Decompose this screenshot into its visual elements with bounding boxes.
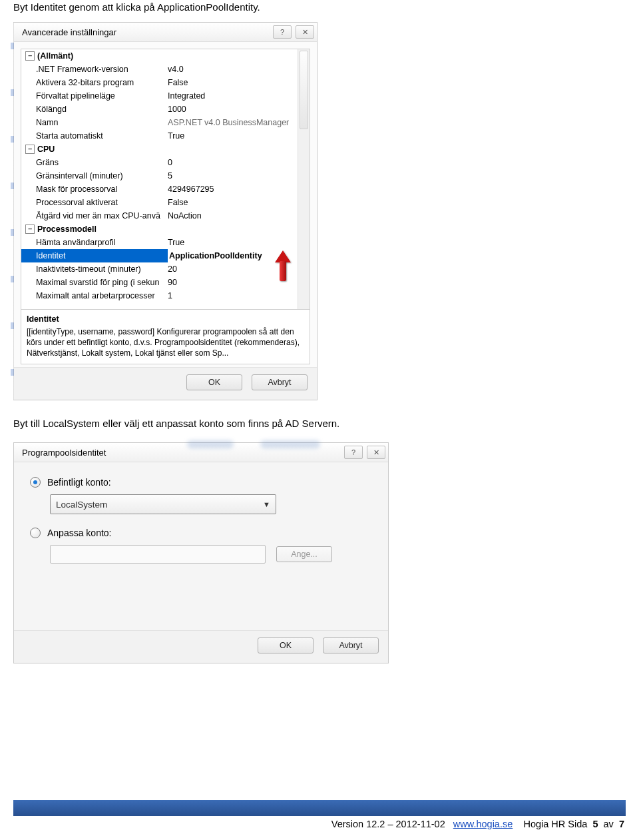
prop-name: Processorval aktiverat [36,198,168,207]
prop-value: NoAction [168,211,298,220]
prop-value: ASP.NET v4.0 BusinessManager [168,118,298,127]
prop-value: 20 [168,264,298,274]
prop-cpu-limit[interactable]: Gräns0 [21,156,298,169]
dialog-title: Avancerade inställningar [22,27,116,37]
collapse-icon[interactable]: − [25,145,35,154]
dialog-titlebar: Avancerade inställningar ? ✕ [14,23,317,42]
description-body: [[identityType, username, password] Konf… [27,326,304,359]
prop-value: True [168,238,298,247]
prop-name: Gränsintervall (minuter) [36,171,168,181]
category-allmant[interactable]: − (Allmänt) [21,49,298,63]
help-button[interactable]: ? [344,446,363,459]
collapse-icon[interactable]: − [25,51,35,61]
radio-custom-account[interactable]: Anpassa konto: [30,528,372,538]
prop-name: Starta automatiskt [36,131,168,141]
footer-version: Version 12.2 – 2012-11-02 [331,819,445,829]
footer-link[interactable]: www.hogia.se [453,819,513,829]
prop-identity-selected[interactable]: Identitet ApplicationPoolIdentity [21,249,298,262]
prop-load-user-profile[interactable]: Hämta användarprofilTrue [21,236,298,249]
page-footer: Version 12.2 – 2012-11-02 www.hogia.se H… [0,800,639,840]
prop-idle-timeout[interactable]: Inaktivitets-timeout (minuter)20 [21,262,298,276]
background-blur [187,440,234,448]
radio-builtin-account[interactable]: Befintligt konto: [30,477,372,488]
footer-page-total: 7 [616,819,624,829]
prop-processor-mask[interactable]: Mask för processorval4294967295 [21,183,298,196]
radio-icon[interactable] [30,477,41,488]
prop-value: 90 [168,278,298,287]
radio-icon[interactable] [30,528,41,538]
footer-page-current: 5 [590,819,600,829]
prop-value: False [168,198,298,207]
custom-account-field [50,545,266,564]
prop-name: Maximalt antal arbetarprocesser [36,291,168,300]
category-label: Processmodell [37,224,169,234]
property-grid[interactable]: − (Allmänt) .NET Framework-versionv4.0 A… [21,49,310,310]
prop-processor-affinity[interactable]: Processorval aktiveratFalse [21,196,298,209]
prop-value: True [168,131,298,141]
prop-value[interactable]: ApplicationPoolIdentity [168,249,298,262]
category-label: (Allmänt) [37,51,169,61]
prop-start-auto[interactable]: Starta automatisktTrue [21,129,298,143]
prop-pipeline-mode[interactable]: Förvaltat pipelinelägeIntegrated [21,89,298,103]
doc-paragraph-1: Byt Identitet genom att klicka på Applic… [13,1,626,22]
scrollbar-thumb[interactable] [300,51,308,129]
prop-value: 5 [168,171,298,181]
prop-name: Namn [36,118,168,127]
cancel-button[interactable]: Avbryt [323,637,379,653]
prop-net-framework[interactable]: .NET Framework-versionv4.0 [21,63,298,76]
footer-av: av [604,819,614,829]
category-label: CPU [37,145,169,154]
background-blur [260,440,320,448]
prop-value: 1000 [168,105,298,114]
prop-value: v4.0 [168,65,298,74]
prop-name: Gräns [36,158,168,167]
category-cpu[interactable]: − CPU [21,143,298,156]
prop-name: Hämta användarprofil [36,238,168,247]
prop-value: 0 [168,158,298,167]
prop-value: False [168,78,298,87]
prop-max-worker[interactable]: Maximalt antal arbetarprocesser1 [21,289,298,302]
cancel-button[interactable]: Avbryt [252,374,308,390]
prop-name: Åtgärd vid mer än max CPU-anvä [36,211,168,220]
collapse-icon[interactable]: − [25,224,35,234]
prop-queue-length[interactable]: Kölängd1000 [21,103,298,116]
radio-label: Anpassa konto: [47,528,112,538]
doc-paragraph-2: Byt till LocalSystem eller välj ett anpa… [13,400,626,438]
prop-cpu-limit-interval[interactable]: Gränsintervall (minuter)5 [21,169,298,183]
prop-name: Kölängd [36,105,168,114]
set-account-button[interactable]: Ange... [276,546,332,562]
prop-name: Mask för processorval [36,185,168,194]
footer-product: Hogia HR Sida [523,819,587,829]
vertical-scrollbar[interactable] [298,49,310,309]
close-button[interactable]: ✕ [296,25,314,39]
prop-name: Maximal svarstid för ping (i sekun [36,278,168,287]
combo-value: LocalSystem [56,500,107,510]
ok-button[interactable]: OK [186,374,242,390]
prop-cpu-action[interactable]: Åtgärd vid mer än max CPU-anväNoAction [21,209,298,222]
prop-name: Inaktivitets-timeout (minuter) [36,264,168,274]
prop-value: 4294967295 [168,185,298,194]
ok-button[interactable]: OK [258,637,314,653]
category-process-model[interactable]: − Processmodell [21,222,298,236]
apppool-identity-dialog: Programpoolsidentitet ? ✕ Befintligt kon… [13,442,389,663]
help-button[interactable]: ? [273,25,292,39]
prop-value: Integrated [168,91,298,101]
prop-value: 1 [168,291,298,300]
chevron-down-icon: ▼ [263,500,270,508]
builtin-account-select[interactable]: LocalSystem ▼ [50,494,276,514]
description-title: Identitet [27,314,304,325]
advanced-settings-dialog: Avancerade inställningar ? ✕ − (Allmänt) [13,22,318,400]
prop-enable-32bit[interactable]: Aktivera 32-bitars programFalse [21,76,298,89]
prop-name-readonly[interactable]: NamnASP.NET v4.0 BusinessManager [21,116,298,129]
close-button[interactable]: ✕ [367,446,385,459]
property-description: Identitet [[identityType, username, pass… [21,310,310,364]
footer-bar [13,800,626,816]
radio-label: Befintligt konto: [47,477,111,488]
dialog-button-bar: OK Avbryt [14,367,317,400]
prop-ping-max[interactable]: Maximal svarstid för ping (i sekun90 [21,276,298,289]
prop-name: Aktivera 32-bitars program [36,78,168,87]
prop-name: .NET Framework-version [36,65,168,74]
dialog-title: Programpoolsidentitet [22,448,106,458]
prop-name: Identitet [36,251,168,260]
window-snap-stripe [11,23,14,400]
